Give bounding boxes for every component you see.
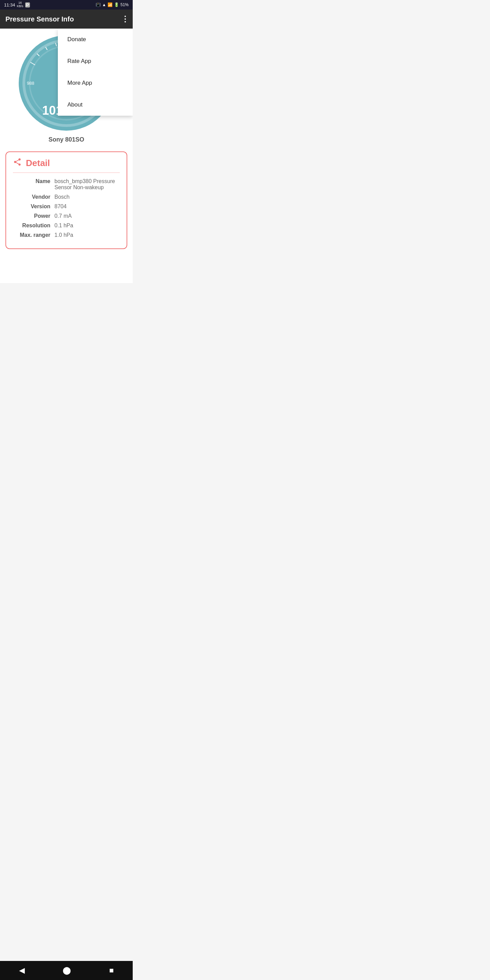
status-left: 11:34 16KB/s P (4, 2, 30, 8)
label-name: Name (13, 178, 50, 191)
menu-dot-1 (124, 16, 126, 17)
menu-dot-2 (124, 18, 126, 20)
label-power: Power (13, 213, 50, 219)
gauge-label-left: 988 (27, 81, 34, 86)
detail-row-power: Power 0.7 mA (13, 213, 120, 219)
menu-item-more-app[interactable]: More App (58, 72, 133, 94)
detail-row-vendor: Vendor Bosch (13, 194, 120, 200)
label-version: Version (13, 204, 50, 210)
value-resolution: 0.1 hPa (54, 223, 120, 229)
detail-row-maxranger: Max. ranger 1.0 hPa (13, 232, 120, 238)
status-right: 📳 ▲ 📶 🔋 51% (95, 2, 129, 7)
signal-icon: 📶 (108, 2, 113, 7)
detail-divider (13, 172, 120, 173)
menu-item-rate-app[interactable]: Rate App (58, 50, 133, 72)
value-maxranger: 1.0 hPa (54, 232, 120, 238)
detail-section-title: Detail (26, 158, 50, 169)
device-name: Sony 801SO (48, 136, 84, 143)
wifi-icon: ▲ (102, 2, 106, 7)
menu-item-about[interactable]: About (58, 94, 133, 116)
app-bar: Pressure Sensor Info (0, 10, 133, 29)
overflow-menu-button[interactable] (123, 14, 127, 24)
app-bar-title: Pressure Sensor Info (5, 15, 74, 23)
svg-line-4 (46, 47, 47, 50)
battery-icon: 🔋 (114, 2, 119, 7)
value-power: 0.7 mA (54, 213, 120, 219)
svg-line-5 (56, 43, 56, 46)
detail-row-resolution: Resolution 0.1 hPa (13, 223, 120, 229)
detail-row-version: Version 8704 (13, 204, 120, 210)
parking-icon: P (25, 2, 30, 8)
detail-row-name: Name bosch_bmp380 PressureSensor Non-wak… (13, 178, 120, 191)
label-resolution: Resolution (13, 223, 50, 229)
detail-card: Detail Name bosch_bmp380 PressureSensor … (5, 151, 127, 249)
dropdown-menu: Donate Rate App More App About (58, 29, 133, 116)
value-version: 8704 (54, 204, 120, 210)
label-vendor: Vendor (13, 194, 50, 200)
share-icon (13, 158, 22, 169)
menu-item-donate[interactable]: Donate (58, 29, 133, 50)
status-bar: 11:34 16KB/s P 📳 ▲ 📶 🔋 51% (0, 0, 133, 10)
network-speed: 16KB/s (17, 2, 24, 8)
value-name: bosch_bmp380 PressureSensor Non-wakeup (54, 178, 120, 191)
vibrate-icon: 📳 (95, 2, 101, 7)
status-time: 11:34 (4, 2, 15, 8)
menu-dot-3 (124, 21, 126, 22)
detail-header: Detail (13, 158, 120, 169)
battery-percent: 51% (121, 2, 129, 7)
label-maxranger: Max. ranger (13, 232, 50, 238)
svg-line-3 (37, 54, 40, 56)
value-vendor: Bosch (54, 194, 120, 200)
